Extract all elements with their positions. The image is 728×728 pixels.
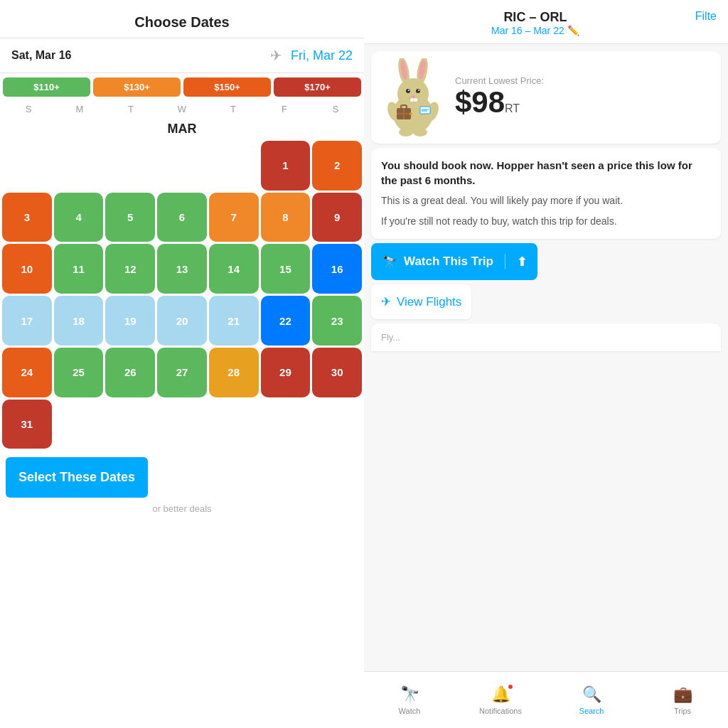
cal-day-14[interactable]: 14 (209, 244, 259, 294)
cal-day-22[interactable]: 22 (261, 296, 311, 346)
svg-rect-10 (410, 98, 414, 102)
svg-point-9 (418, 90, 419, 91)
price-legend: $110+ $130+ $150+ $170+ (0, 73, 364, 101)
filter-button[interactable]: Filte (695, 10, 717, 23)
cal-day-30[interactable]: 30 (312, 348, 362, 397)
cal-day-29[interactable]: 29 (261, 348, 311, 397)
month-label: MAR (0, 114, 364, 141)
day-m: M (54, 104, 105, 114)
cal-empty-3 (105, 141, 155, 191)
calendar-panel: Choose Dates Sat, Mar 16 ✈ Fri, Mar 22 $… (0, 0, 364, 728)
price-display: $98RT (455, 86, 711, 119)
cal-day-16[interactable]: 16 (312, 244, 362, 294)
bunny-mascot (381, 58, 445, 136)
cal-day-15[interactable]: 15 (261, 244, 311, 294)
trips-nav-label: Trips (674, 707, 691, 715)
cal-day-4[interactable]: 4 (54, 193, 104, 242)
cal-day-3[interactable]: 3 (2, 193, 52, 242)
days-of-week-header: S M T W T F S (0, 101, 364, 114)
nav-search[interactable]: 🔍 Search (546, 685, 637, 715)
route-title: RIC – ORL (375, 10, 695, 25)
view-flights-button[interactable]: ✈ View Flights (371, 284, 471, 319)
advice-body-2: If you're still not ready to buy, watch … (381, 214, 711, 229)
svg-point-7 (416, 89, 420, 93)
svg-point-8 (408, 90, 410, 91)
cal-day-2[interactable]: 2 (312, 141, 362, 191)
cal-day-9[interactable]: 9 (312, 193, 362, 242)
cal-empty-4 (157, 141, 207, 191)
cal-empty-7 (105, 400, 155, 449)
cal-day-27[interactable]: 27 (157, 348, 207, 397)
date-selector-row: Sat, Mar 16 ✈ Fri, Mar 22 (0, 38, 364, 73)
watch-nav-label: Watch (399, 707, 421, 715)
right-scroll-area: Current Lowest Price: $98RT You should b… (364, 44, 728, 671)
price-chip-2: $130+ (93, 77, 181, 97)
depart-date[interactable]: Sat, Mar 16 (11, 49, 262, 62)
nav-watch[interactable]: 🔭 Watch (364, 685, 455, 715)
svg-rect-11 (414, 98, 417, 102)
price-value: $98 (455, 85, 505, 119)
price-chip-1: $110+ (3, 77, 90, 97)
watch-trip-button[interactable]: 🔭 Watch This Trip ⬆ (371, 243, 537, 280)
nav-trips[interactable]: 💼 Trips (637, 685, 728, 715)
cal-day-21[interactable]: 21 (209, 296, 259, 346)
cal-empty-1 (2, 141, 52, 191)
advice-body-1: This is a great deal. You will likely pa… (381, 193, 711, 208)
nav-notifications[interactable]: 🔔 Notifications (455, 685, 546, 715)
cal-day-25[interactable]: 25 (54, 348, 104, 397)
select-dates-button[interactable]: Select These Dates (6, 457, 148, 498)
cal-day-13[interactable]: 13 (157, 244, 207, 294)
price-info: Current Lowest Price: $98RT (455, 75, 711, 119)
edit-icon[interactable]: ✏️ (567, 25, 579, 36)
cal-day-12[interactable]: 12 (105, 244, 155, 294)
bottom-navigation: 🔭 Watch 🔔 Notifications 🔍 Search 💼 Trips (364, 671, 728, 728)
advice-title: You should book now. Hopper hasn't seen … (381, 158, 711, 188)
price-chip-4: $170+ (274, 77, 361, 97)
cal-empty-10 (261, 400, 311, 449)
notifications-nav-label: Notifications (479, 707, 522, 715)
price-chip-3: $150+ (183, 77, 271, 97)
price-card: Current Lowest Price: $98RT (371, 51, 721, 144)
cal-empty-6 (54, 400, 104, 449)
view-flights-label: View Flights (397, 295, 461, 309)
svg-point-6 (406, 89, 410, 93)
route-dates: Mar 16 – Mar 22 ✏️ (375, 25, 695, 36)
cal-day-10[interactable]: 10 (2, 244, 52, 294)
current-lowest-label: Current Lowest Price: (455, 75, 711, 86)
trips-nav-icon: 💼 (673, 685, 692, 704)
svg-point-24 (413, 128, 427, 136)
cal-empty-2 (54, 141, 104, 191)
watch-divider (505, 254, 505, 269)
cal-day-17[interactable]: 17 (2, 296, 52, 346)
search-nav-icon: 🔍 (582, 685, 601, 704)
return-date[interactable]: Fri, Mar 22 (291, 48, 353, 63)
cal-day-18[interactable]: 18 (54, 296, 104, 346)
notification-badge-dot (508, 684, 513, 690)
right-header: RIC – ORL Mar 16 – Mar 22 ✏️ Filte (364, 0, 728, 44)
cal-day-31[interactable]: 31 (2, 400, 52, 449)
flight-details-panel: RIC – ORL Mar 16 – Mar 22 ✏️ Filte (364, 0, 728, 728)
flight-arrow-icon: ✈ (270, 47, 282, 64)
cal-empty-11 (312, 400, 362, 449)
calendar-scroll-area: $110+ $130+ $150+ $170+ S M T W T F S MA… (0, 73, 364, 728)
cal-day-7[interactable]: 7 (209, 193, 259, 242)
cal-day-5[interactable]: 5 (105, 193, 155, 242)
notification-badge-container: 🔔 (491, 685, 510, 704)
day-s1: S (3, 104, 54, 114)
price-rt-label: RT (505, 102, 520, 114)
cal-day-1[interactable]: 1 (261, 141, 311, 191)
cal-day-6[interactable]: 6 (157, 193, 207, 242)
cal-empty-8 (157, 400, 207, 449)
cal-day-19[interactable]: 19 (105, 296, 155, 346)
svg-point-19 (410, 112, 412, 115)
day-t2: T (208, 104, 259, 114)
cal-day-11[interactable]: 11 (54, 244, 104, 294)
svg-rect-20 (420, 107, 430, 114)
cal-day-28[interactable]: 28 (209, 348, 259, 397)
bottom-preview-card: Fly... (371, 323, 721, 351)
cal-day-24[interactable]: 24 (2, 348, 52, 397)
cal-day-23[interactable]: 23 (312, 296, 362, 346)
cal-day-26[interactable]: 26 (105, 348, 155, 397)
cal-day-20[interactable]: 20 (157, 296, 207, 346)
cal-day-8[interactable]: 8 (261, 193, 311, 242)
